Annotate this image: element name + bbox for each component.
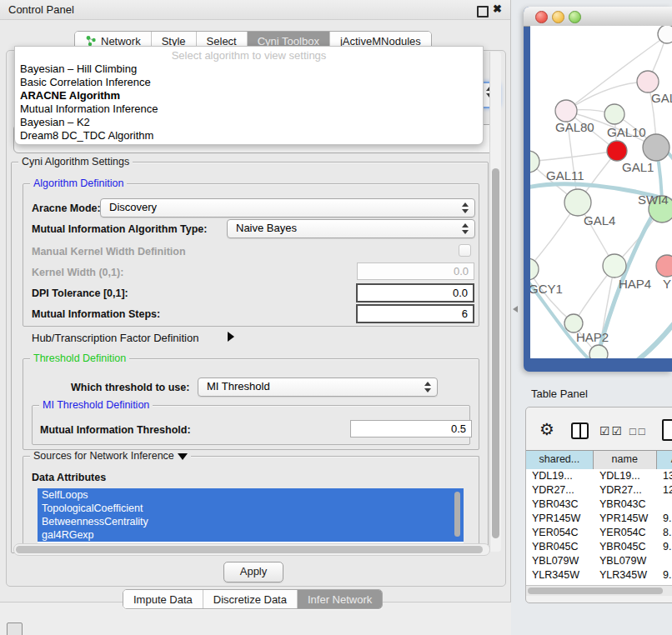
network-node-gal11[interactable] — [530, 151, 539, 172]
bottom-tab-bar: Impute DataDiscretize DataInfer Network — [123, 589, 383, 609]
manual-kernel-checkbox[interactable] — [459, 244, 471, 257]
table-cell: YBR045C — [594, 540, 657, 554]
network-graph[interactable]: GALGAL80GAL10GAL1GAL11SWI4GAL4GCY1HAP4YH… — [530, 26, 672, 358]
table-row[interactable]: YBL079WYBL079W — [526, 554, 672, 568]
algorithm-option[interactable]: Bayesian – Hill Climbing — [18, 62, 477, 76]
table-row[interactable]: YER054CYER054C8. — [526, 526, 672, 540]
network-node-gal1[interactable] — [607, 141, 627, 161]
close-icon[interactable]: ✖ — [493, 2, 502, 15]
sources-group-title: Sources for Network Inference — [30, 450, 191, 462]
table-row[interactable]: YDL19...YDL19...13 — [526, 469, 672, 483]
table-cell — [657, 498, 672, 512]
combo-arrows-icon — [462, 202, 469, 213]
mi-threshold-field[interactable]: 0.5 — [350, 420, 472, 438]
float-window-icon[interactable] — [477, 6, 489, 18]
table-cell: YBR045C — [526, 540, 594, 554]
mi-type-combobox[interactable]: Naive Bayes — [227, 219, 475, 238]
table-cell: YER054C — [594, 526, 657, 540]
scrollbar-thumb[interactable] — [528, 588, 663, 594]
scrollbar-thumb[interactable] — [492, 168, 499, 538]
algorithm-option[interactable]: Bayesian – K2 — [18, 116, 477, 129]
expand-arrow-icon[interactable] — [228, 332, 234, 342]
network-node-gal[interactable] — [637, 71, 659, 92]
algorithm-option[interactable]: Dream8 DC_TDC Algorithm — [18, 129, 477, 142]
aracne-mode-label: Aracne Mode: — [32, 202, 101, 214]
minimize-traffic-light-icon[interactable] — [552, 11, 564, 23]
column-header[interactable]: name — [594, 451, 657, 469]
network-node-gal80[interactable] — [555, 100, 577, 122]
table-horizontal-scrollbar[interactable] — [526, 585, 672, 596]
kernel-width-field[interactable]: 0.0 — [357, 262, 474, 280]
attribute-item[interactable]: BetweennessCentrality — [38, 515, 464, 528]
dpi-tolerance-field[interactable]: 0.0 — [356, 283, 474, 302]
column-header[interactable]: shared... — [526, 451, 594, 469]
algorithm-option[interactable]: ARACNE Algorithm — [18, 89, 477, 102]
network-node[interactable] — [589, 345, 608, 358]
network-node-gcy1[interactable] — [530, 258, 539, 280]
control-panel-titlebar: Control Panel ✖ — [0, 0, 510, 20]
tab-discretize-data[interactable]: Discretize Data — [203, 590, 298, 608]
table-row[interactable]: YDR27...YDR27...12 — [526, 483, 672, 498]
deselect-all-columns-icon[interactable]: □□ — [629, 425, 648, 438]
attribute-item[interactable]: SelfLoops — [38, 488, 464, 502]
which-threshold-combobox[interactable]: MI Threshold — [198, 378, 438, 397]
table-cell: 9. — [657, 540, 672, 554]
column-header[interactable]: A — [657, 451, 672, 469]
aracne-mode-combobox[interactable]: Discovery — [100, 198, 475, 218]
attribute-item[interactable]: TopologicalCoefficient — [38, 502, 464, 515]
table-cell: YBR043C — [594, 498, 657, 512]
close-traffic-light-icon[interactable] — [535, 11, 548, 23]
network-node-y[interactable] — [656, 255, 672, 277]
table-cell: 13 — [657, 469, 672, 483]
table-cell: 8. — [657, 526, 672, 540]
tab-infer-network[interactable]: Infer Network — [298, 590, 382, 608]
split-columns-icon[interactable] — [571, 422, 589, 439]
node-label: SWI4 — [638, 192, 669, 207]
scrollbar-thumb[interactable] — [16, 546, 483, 553]
tab-label: Infer Network — [308, 593, 372, 606]
node-label: Y — [663, 277, 671, 291]
settings-horizontal-scrollbar[interactable] — [13, 543, 490, 556]
node-label: GCY1 — [530, 282, 563, 296]
select-all-columns-icon[interactable]: ☑☑ — [599, 424, 624, 438]
table-row[interactable]: YPR145WYPR145W9. — [526, 512, 672, 526]
splitpane-collapse-arrow-icon[interactable] — [513, 306, 518, 312]
table-cell: YBL079W — [594, 554, 657, 568]
network-edge[interactable] — [566, 82, 648, 111]
table-row[interactable]: YLR345WYLR345W9. — [526, 568, 672, 582]
attributes-scrollbar[interactable] — [454, 492, 460, 537]
network-node-gal4[interactable] — [564, 189, 591, 216]
settings-vertical-scrollbar[interactable] — [489, 52, 501, 552]
gear-icon[interactable]: ⚙ — [539, 420, 554, 438]
table-cell: YBL079W — [526, 554, 594, 568]
zoom-traffic-light-icon[interactable] — [569, 11, 581, 23]
network-node[interactable] — [658, 26, 672, 43]
combo-arrows-icon — [462, 223, 469, 234]
table-row[interactable]: YBR043CYBR043C — [526, 498, 672, 512]
mi-threshold-group-title: MI Threshold Definition — [39, 399, 153, 411]
node-label: GAL11 — [546, 168, 584, 182]
kernel-width-label: Kernel Width (0,1): — [32, 267, 123, 278]
network-canvas[interactable]: GALGAL80GAL10GAL1GAL11SWI4GAL4GCY1HAP4YH… — [530, 26, 672, 358]
table-row[interactable]: YBR045CYBR045C9. — [526, 540, 672, 554]
apply-button[interactable]: Apply — [223, 562, 283, 582]
algorithm-option[interactable]: Mutual Information Inference — [18, 102, 477, 116]
node-label: HAP2 — [576, 330, 609, 344]
network-window-titlebar — [524, 7, 672, 27]
network-edge[interactable] — [637, 318, 672, 358]
table-cell: YBR043C — [526, 498, 594, 512]
mi-steps-field[interactable]: 6 — [356, 304, 474, 323]
collapse-arrow-icon[interactable] — [178, 453, 188, 460]
network-edge[interactable] — [530, 151, 617, 162]
panel-grip-icon[interactable] — [7, 622, 23, 635]
attribute-item[interactable]: gal4RGexp — [38, 528, 464, 542]
network-node-gal10[interactable] — [604, 104, 624, 124]
network-node[interactable] — [643, 134, 669, 161]
manual-kernel-label: Manual Kernel Width Definition — [32, 246, 186, 258]
tab-impute-data[interactable]: Impute Data — [123, 590, 203, 608]
new-table-icon[interactable] — [662, 419, 672, 441]
network-node-hap4[interactable] — [603, 254, 626, 278]
mi-threshold-label: Mutual Information Threshold: — [40, 424, 191, 436]
table-cell: YLR345W — [526, 568, 594, 582]
algorithm-option[interactable]: Basic Correlation Inference — [18, 76, 477, 89]
